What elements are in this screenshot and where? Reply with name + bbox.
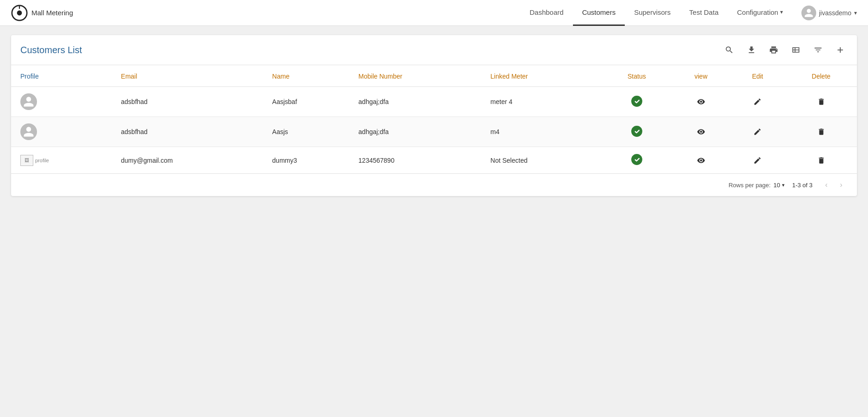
card-actions: + [722,43,848,57]
cell-profile [11,117,116,147]
status-check-icon [631,153,643,166]
nav-link-dashboard[interactable]: Dashboard [520,0,573,26]
cell-edit[interactable] [730,117,785,147]
nav-link-configuration[interactable]: Configuration ▾ [728,0,792,26]
edit-button[interactable] [751,126,763,138]
cell-email: adsbfhad [116,117,267,147]
svg-point-1 [17,10,22,15]
user-avatar [801,6,816,20]
cell-mobile: adhgaj;dfa [353,87,485,117]
cell-view[interactable] [672,87,730,117]
cell-mobile: 1234567890 [353,147,485,174]
svg-point-4 [631,126,642,137]
page-title: Customers List [20,45,722,55]
cell-linked-meter: Not Selected [485,147,602,174]
cell-status [601,117,672,147]
cell-mobile: adhgaj;dfa [353,117,485,147]
profile-image-placeholder: 🖼 profile [20,155,49,166]
nav-link-test-data[interactable]: Test Data [680,0,727,26]
page-info: 1-3 of 3 [792,182,813,189]
status-check [631,95,643,107]
table-row: 🖼 profile dumy@gmail.com dummy3 12345678… [11,147,857,174]
nav-user[interactable]: jivassdemo ▾ [801,6,857,20]
cell-linked-meter: meter 4 [485,87,602,117]
status-check-icon [631,125,643,137]
cell-name: Aasjsbaf [267,87,353,117]
nav-link-supervisors[interactable]: Supervisors [625,0,680,26]
cell-edit[interactable] [730,87,785,117]
next-page-button[interactable]: › [835,178,848,191]
search-button[interactable] [722,43,737,57]
brand-logo-link[interactable]: Mall Metering [11,5,73,21]
add-button[interactable]: + [833,43,848,57]
print-button[interactable] [766,43,781,57]
filter-icon [813,45,823,55]
cell-delete[interactable] [785,147,857,174]
trash-icon [817,156,825,165]
delete-button[interactable] [815,154,827,166]
columns-button[interactable] [788,43,803,57]
rows-per-page: Rows per page: 10 ▾ [728,182,785,189]
table-row: adsbfhad Aasjs adhgaj;dfa m4 [11,117,857,147]
table-row: adsbfhad Aasjsbaf adhgaj;dfa meter 4 [11,87,857,117]
cell-edit[interactable] [730,147,785,174]
profile-avatar [20,123,37,140]
brand-logo-icon [11,5,28,21]
profile-label: profile [35,158,49,163]
download-button[interactable] [744,43,759,57]
col-header-profile: Profile [11,65,116,87]
cell-name: dummy3 [267,147,353,174]
search-icon [725,45,734,55]
broken-image-icon: 🖼 [20,155,33,166]
view-button[interactable] [695,154,707,166]
print-icon [769,45,778,55]
view-button[interactable] [695,96,707,108]
cell-name: Aasjs [267,117,353,147]
svg-point-3 [631,96,642,107]
brand-name: Mall Metering [31,9,73,17]
cell-status [601,147,672,174]
cell-view[interactable] [672,117,730,147]
eye-icon [697,128,705,136]
delete-button[interactable] [815,96,827,108]
table-header-row: Profile Email Name Mobile Number Linked … [11,65,857,87]
cell-delete[interactable] [785,117,857,147]
person-icon [23,96,35,108]
page-nav: ‹ › [820,178,848,191]
trash-icon [817,128,825,136]
card-header: Customers List [11,35,857,65]
filter-button[interactable] [811,43,825,57]
edit-button[interactable] [751,154,763,166]
cell-view[interactable] [672,147,730,174]
trash-icon [817,98,825,106]
customers-card: Customers List [11,35,857,196]
cell-delete[interactable] [785,87,857,117]
prev-page-button[interactable]: ‹ [820,178,833,191]
user-dropdown-icon: ▾ [854,10,857,16]
col-header-view: view [672,65,730,87]
view-button[interactable] [695,126,707,138]
nav-link-customers[interactable]: Customers [573,0,625,26]
pagination-row: Rows per page: 10 ▾ 1-3 of 3 ‹ › [11,173,857,196]
delete-button[interactable] [815,126,827,138]
eye-icon [697,156,705,165]
navbar: Mall Metering Dashboard Customers Superv… [0,0,868,26]
col-header-mobile: Mobile Number [353,65,485,87]
pencil-icon [753,128,762,136]
rows-per-page-select[interactable]: 10 ▾ [773,182,784,189]
add-icon: + [837,43,843,56]
cell-profile [11,87,116,117]
main-content: Customers List [0,26,868,205]
edit-button[interactable] [751,96,763,108]
cell-status [601,87,672,117]
svg-point-5 [631,154,642,165]
user-icon [804,8,814,18]
person-icon [23,126,35,138]
rows-per-page-label: Rows per page: [728,182,770,189]
rows-per-page-value: 10 [773,182,780,189]
cell-linked-meter: m4 [485,117,602,147]
user-name: jivassdemo [819,9,851,17]
cell-email: dumy@gmail.com [116,147,267,174]
cell-email: adsbfhad [116,87,267,117]
col-header-edit: Edit [730,65,785,87]
